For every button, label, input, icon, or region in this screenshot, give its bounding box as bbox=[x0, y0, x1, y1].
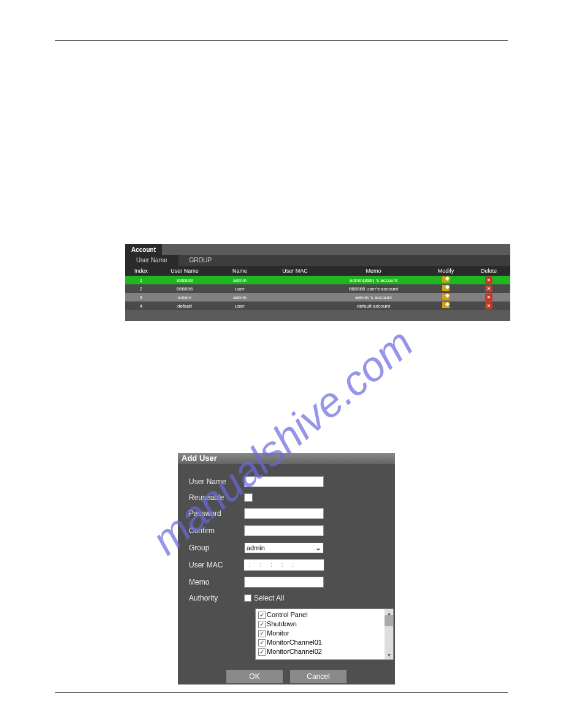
chevron-down-icon: ⌄ bbox=[315, 544, 321, 552]
add-user-title: Add User bbox=[178, 453, 395, 464]
cell-index: 4 bbox=[125, 303, 157, 309]
cell-delete: × bbox=[467, 285, 510, 292]
authority-item-label: Control Panel bbox=[267, 610, 308, 620]
memo-input[interactable] bbox=[244, 577, 324, 588]
account-tabs: User Name GROUP bbox=[125, 255, 510, 266]
cell-name: admin bbox=[212, 278, 267, 283]
col-header-usermac: User MAC bbox=[267, 268, 323, 274]
account-panel-title: Account bbox=[125, 244, 162, 255]
scrollbar[interactable]: ▴ ▾ bbox=[385, 609, 393, 659]
edit-icon[interactable] bbox=[442, 285, 450, 291]
password-input[interactable] bbox=[244, 508, 324, 519]
delete-icon[interactable]: × bbox=[485, 294, 492, 301]
edit-icon[interactable] bbox=[442, 294, 450, 300]
cell-index: 3 bbox=[125, 295, 157, 300]
checkbox-icon[interactable]: ✓ bbox=[258, 639, 266, 646]
group-select[interactable]: admin ⌄ bbox=[244, 542, 324, 553]
cell-name: user bbox=[212, 286, 267, 292]
list-item: ✓MonitorChannel02 bbox=[258, 647, 391, 656]
horizontal-rule bbox=[55, 40, 508, 41]
label-usermac: User MAC bbox=[189, 561, 244, 569]
select-all-checkbox[interactable] bbox=[244, 594, 251, 602]
label-reuseable: Reuseable bbox=[189, 493, 244, 502]
edit-icon[interactable] bbox=[442, 302, 450, 308]
col-header-name: Name bbox=[212, 268, 267, 274]
cell-modify bbox=[424, 302, 467, 309]
col-header-memo: Memo bbox=[323, 268, 424, 274]
list-item: ✓Monitor bbox=[258, 629, 391, 638]
select-all-label: Select All bbox=[254, 594, 284, 602]
table-row[interactable]: 4 default user default account × bbox=[125, 301, 510, 310]
cell-modify bbox=[424, 285, 467, 292]
delete-icon[interactable]: × bbox=[485, 276, 492, 284]
cell-index: 1 bbox=[125, 278, 157, 283]
cell-memo: 666666 user's account bbox=[323, 286, 424, 292]
account-panel: Account User Name GROUP Index User Name … bbox=[125, 244, 510, 321]
checkbox-icon[interactable]: ✓ bbox=[258, 648, 266, 656]
usermac-input[interactable]: : : : : : bbox=[244, 559, 324, 571]
cell-delete: × bbox=[467, 302, 510, 309]
cell-delete: × bbox=[467, 294, 510, 301]
delete-icon[interactable]: × bbox=[485, 302, 492, 309]
tab-user-name[interactable]: User Name bbox=[125, 255, 178, 266]
cell-name: admin bbox=[212, 295, 267, 300]
authority-item-label: MonitorChannel01 bbox=[267, 638, 322, 647]
col-header-username: User Name bbox=[157, 268, 212, 274]
add-user-form: User Name Reuseable Password Confirm Gro… bbox=[178, 464, 395, 688]
cell-username: default bbox=[157, 303, 212, 309]
col-header-modify: Modify bbox=[424, 268, 467, 274]
cell-modify bbox=[424, 276, 467, 284]
confirm-input[interactable] bbox=[244, 525, 324, 536]
label-password: Password bbox=[189, 509, 244, 518]
authority-item-label: MonitorChannel02 bbox=[267, 647, 322, 656]
checkbox-icon[interactable]: ✓ bbox=[258, 621, 266, 628]
document-page: manualshive.com Account User Name GROUP … bbox=[0, 0, 563, 728]
checkbox-icon[interactable]: ✓ bbox=[258, 612, 266, 619]
reuseable-checkbox[interactable] bbox=[244, 493, 253, 502]
cell-memo: admin(888) 's account bbox=[323, 278, 424, 283]
list-item: ✓Control Panel bbox=[258, 610, 391, 620]
scroll-down-icon[interactable]: ▾ bbox=[385, 651, 393, 659]
label-group: Group bbox=[189, 544, 244, 552]
list-item: ✓MonitorChannel01 bbox=[258, 638, 391, 647]
cell-username: 888888 bbox=[157, 278, 212, 283]
authority-item-label: Shutdown bbox=[267, 620, 297, 629]
table-row[interactable]: 2 666666 user 666666 user's account × bbox=[125, 284, 510, 293]
cell-memo: admin 's account bbox=[323, 295, 424, 300]
label-memo: Memo bbox=[189, 578, 244, 586]
label-confirm: Confirm bbox=[189, 526, 244, 535]
col-header-index: Index bbox=[125, 268, 157, 274]
account-table-header: Index User Name Name User MAC Memo Modif… bbox=[125, 266, 510, 276]
group-value: admin bbox=[247, 544, 265, 552]
cell-index: 2 bbox=[125, 286, 157, 292]
tab-group[interactable]: GROUP bbox=[178, 255, 223, 266]
cell-memo: default account bbox=[323, 303, 424, 309]
cell-username: admin bbox=[157, 295, 212, 300]
cell-name: user bbox=[212, 303, 267, 309]
username-input[interactable] bbox=[244, 476, 324, 487]
authority-item-label: Monitor bbox=[267, 629, 289, 638]
add-user-dialog: Add User User Name Reuseable Password Co… bbox=[178, 453, 395, 684]
horizontal-rule bbox=[55, 692, 508, 693]
scroll-thumb[interactable] bbox=[385, 615, 393, 626]
cell-username: 666666 bbox=[157, 286, 212, 292]
label-authority: Authority bbox=[189, 594, 244, 602]
cell-delete: × bbox=[467, 276, 510, 284]
cancel-button[interactable]: Cancel bbox=[290, 670, 347, 683]
list-item: ✓Shutdown bbox=[258, 620, 391, 629]
col-header-delete: Delete bbox=[467, 268, 510, 274]
checkbox-icon[interactable]: ✓ bbox=[258, 630, 266, 637]
table-row[interactable]: 3 admin admin admin 's account × bbox=[125, 293, 510, 301]
ok-button[interactable]: OK bbox=[226, 670, 283, 683]
authority-list[interactable]: ✓Control Panel ✓Shutdown ✓Monitor ✓Monit… bbox=[255, 609, 394, 660]
cell-modify bbox=[424, 294, 467, 301]
edit-icon[interactable] bbox=[442, 276, 450, 282]
label-username: User Name bbox=[189, 477, 244, 486]
table-row[interactable]: 1 888888 admin admin(888) 's account × bbox=[125, 276, 510, 284]
delete-icon[interactable]: × bbox=[485, 285, 492, 292]
